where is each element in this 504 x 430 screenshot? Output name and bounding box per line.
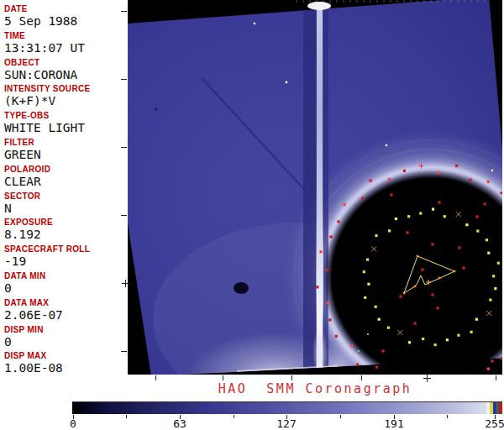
outer-red-ring-dot xyxy=(370,179,372,181)
axis-tick-bottom xyxy=(223,375,223,380)
colorbar-tick-minor xyxy=(447,415,448,418)
inner-yellow-ring-dot xyxy=(388,229,391,232)
outer-red-ring-dot xyxy=(329,235,332,238)
inner-yellow-ring-dot xyxy=(465,223,468,226)
metadata-label: POLAROID xyxy=(4,164,128,175)
inner-yellow-ring-dot xyxy=(444,215,446,218)
axis-tick-left xyxy=(121,11,127,12)
metadata-value: SUN:CORONA xyxy=(4,68,128,82)
metadata-value: -19 xyxy=(4,254,128,269)
scatter-red-dot xyxy=(413,322,416,324)
inner-yellow-ring-dot xyxy=(395,218,397,220)
axis-tick-bottom xyxy=(291,375,292,380)
scatter-red-dot xyxy=(458,246,460,249)
scatter-red-dot xyxy=(431,293,433,296)
scatter-red-dot xyxy=(390,193,392,196)
metadata-value: WHITE LIGHT xyxy=(4,121,128,135)
outer-red-ring-dot xyxy=(316,286,318,288)
metadata-label: INTENSITY SOURCE xyxy=(4,83,128,94)
inner-yellow-ring-dot xyxy=(494,287,496,290)
colorbar-tick-label: 191 xyxy=(384,417,403,430)
outer-red-ring-dot xyxy=(319,250,322,253)
polygon-vertex-dot xyxy=(403,292,406,295)
outer-red-ring-dot xyxy=(403,170,406,172)
metadata-label: OBJECT xyxy=(4,57,128,68)
metadata-value: 0 xyxy=(4,335,128,349)
axis-tick-left xyxy=(121,147,127,148)
inner-yellow-ring-dot xyxy=(419,212,422,214)
outer-red-ring-dot xyxy=(343,203,345,206)
outer-red-ring-dot xyxy=(487,368,490,370)
inner-yellow-ring-dot xyxy=(407,215,410,218)
metadata-entry: INTENSITY SOURCE(K+F)*V xyxy=(4,83,128,110)
metadata-entry: SPACECRAFT ROLL-19 xyxy=(4,244,128,270)
metadata-value: 2.06E-07 xyxy=(4,308,128,322)
scatter-red-dot xyxy=(399,295,402,297)
axis-tick-bottom xyxy=(496,375,496,380)
scatter-red-dot xyxy=(483,202,486,205)
inner-yellow-ring-dot xyxy=(378,318,381,321)
metadata-value: (K+F)*V xyxy=(4,94,128,108)
outer-red-ring-dot xyxy=(337,220,339,223)
coronagraph-image xyxy=(128,0,502,375)
star-point xyxy=(491,170,493,171)
inner-yellow-ring-dot xyxy=(476,229,479,232)
metadata-label: DATA MIN xyxy=(4,270,128,281)
axis-tick-bottom xyxy=(155,375,156,380)
inner-yellow-ring-dot xyxy=(408,341,411,343)
outer-red-ring-dot xyxy=(388,178,391,181)
cyan-speck xyxy=(358,350,360,352)
inner-yellow-ring-dot xyxy=(367,283,370,286)
metadata-value: CLEAR xyxy=(4,175,128,189)
inner-yellow-ring-dot xyxy=(497,262,500,265)
inner-yellow-ring-dot xyxy=(489,298,491,301)
colorbar-tick-minor xyxy=(234,415,234,418)
outer-red-ring-dot xyxy=(455,165,458,167)
polygon-vertex-dot xyxy=(438,277,441,280)
inner-yellow-ring-dot xyxy=(434,343,437,346)
outer-red-ring-dot xyxy=(500,191,502,194)
metadata-entry: TIME13:31:07 UT xyxy=(4,30,128,57)
inner-yellow-ring-dot xyxy=(492,275,495,277)
metadata-value: 5 Sep 1988 xyxy=(4,14,128,29)
colorbar-gradient xyxy=(72,401,502,414)
outer-red-ring-dot xyxy=(335,335,338,338)
metadata-value: 8.192 xyxy=(4,228,128,242)
outer-red-ring-dot xyxy=(350,344,353,347)
metadata-label: DISP MAX xyxy=(4,350,128,361)
scatter-red-dot xyxy=(438,201,440,203)
outer-red-ring-dot xyxy=(487,181,490,183)
metadata-entry: DATA MAX2.06E-07 xyxy=(4,297,128,324)
scatter-red-dot xyxy=(406,231,408,233)
scatter-red-dot xyxy=(381,349,384,352)
inner-yellow-ring-dot xyxy=(364,296,366,299)
plot-title: HAO SMM Coronagraph xyxy=(128,381,502,396)
star-point xyxy=(286,81,288,84)
metadata-entry: DISP MAX1.00E-08 xyxy=(4,350,128,377)
polygon-vertex-dot xyxy=(454,270,456,273)
inner-yellow-ring-dot xyxy=(387,327,390,329)
outer-red-ring-dot xyxy=(361,197,364,200)
dark-speck xyxy=(155,108,157,110)
outer-red-ring-dot xyxy=(469,178,471,181)
colorbar-tick-label: 127 xyxy=(276,417,296,430)
inner-yellow-ring-dot xyxy=(457,334,459,337)
metadata-sidebar: DATE5 Sep 1988TIME13:31:07 UTOBJECTSUN:C… xyxy=(0,0,128,375)
outer-red-ring-dot xyxy=(375,366,378,369)
metadata-value: 13:31:07 UT xyxy=(4,41,128,55)
scatter-red-dot xyxy=(475,215,478,218)
inner-yellow-ring-dot xyxy=(486,239,488,241)
axis-tick-left xyxy=(121,351,127,352)
inner-yellow-ring-dot xyxy=(366,259,369,261)
metadata-label: FILTER xyxy=(4,137,128,148)
scatter-red-dot xyxy=(421,268,423,270)
coronagraph-image-canvas[interactable] xyxy=(128,0,502,375)
inner-yellow-ring-dot xyxy=(446,338,449,341)
pylon-top-bright-spot xyxy=(307,2,331,10)
axis-tick-left xyxy=(121,79,127,80)
inner-yellow-ring-dot xyxy=(487,252,490,254)
colorbar-tick-label: 0 xyxy=(70,417,76,430)
metadata-label: DATA MAX xyxy=(4,297,128,308)
scatter-red-dot xyxy=(491,359,493,362)
metadata-entry: DISP MIN0 xyxy=(4,324,128,351)
